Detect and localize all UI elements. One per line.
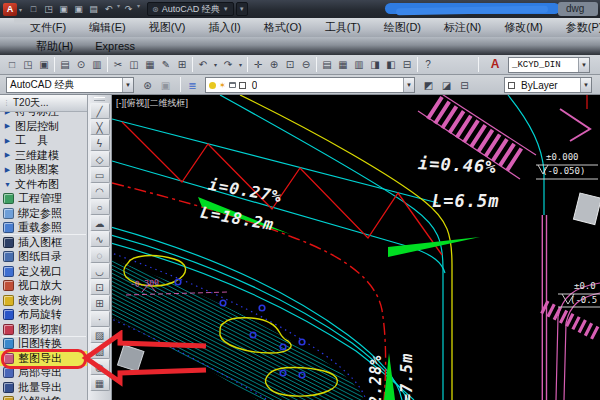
- print-icon[interactable]: ▤: [86, 2, 101, 16]
- save-icon[interactable]: ▣: [36, 56, 52, 74]
- sidebar-item-drawing-cut[interactable]: 图形切割: [0, 322, 88, 337]
- toolbar-grip[interactable]: [94, 97, 105, 101]
- pan-icon[interactable]: ✛: [250, 56, 266, 74]
- make-layer-current-icon[interactable]: ◩: [420, 77, 437, 93]
- insert-block-icon[interactable]: ⊡: [90, 279, 110, 295]
- menu-item-9[interactable]: 参数(P): [566, 20, 600, 35]
- text-style-icon[interactable]: A: [486, 57, 504, 71]
- sidebar-item-sheet-catalog[interactable]: 图纸目录: [0, 250, 88, 265]
- menu-item-3[interactable]: 插入(I): [208, 20, 240, 35]
- new-icon[interactable]: □: [26, 2, 41, 16]
- sidebar-item-layer-control[interactable]: ▶图层控制: [0, 119, 88, 134]
- save-as-icon[interactable]: ▣: [71, 2, 86, 16]
- sidebar-item-block-pattern[interactable]: ▶图块图案: [0, 163, 88, 178]
- print-preview-icon[interactable]: ⊙: [73, 56, 89, 74]
- workspace-dropdown[interactable]: AutoCAD 经典 ▼: [6, 77, 134, 93]
- menu-item-1[interactable]: 编辑(E): [89, 20, 126, 35]
- sidebar-item-layout-rotate[interactable]: 布局旋转: [0, 308, 88, 323]
- menu-item-2[interactable]: 视图(V): [149, 20, 186, 35]
- block-editor-icon[interactable]: ⊞: [174, 56, 190, 74]
- cut-icon[interactable]: ✂: [110, 56, 126, 74]
- point-icon[interactable]: ·: [90, 311, 110, 327]
- chevron-down-icon[interactable]: ▼: [580, 78, 591, 92]
- sidebar-item-explode-object[interactable]: 分解对象: [0, 395, 88, 400]
- zoom-window-icon[interactable]: ⊡: [282, 56, 298, 74]
- sidebar-item-tools[interactable]: ▶工 具: [0, 134, 88, 149]
- workspace-switcher[interactable]: ⊛ AutoCAD 经典 ▼: [147, 2, 234, 16]
- menu-item-0[interactable]: 帮助(H): [36, 39, 73, 54]
- sidebar-item-viewport-zoom[interactable]: 视口放大: [0, 279, 88, 294]
- sidebar-item-file-layout[interactable]: ▼文件布图: [0, 177, 88, 192]
- arc-icon[interactable]: ◠: [90, 183, 110, 199]
- sidebar-item-insert-frame[interactable]: 插入图框: [0, 235, 88, 250]
- sidebar-item-3d-modeling[interactable]: ▶三维建模: [0, 148, 88, 163]
- undo-drop-icon[interactable]: ▾: [211, 56, 220, 74]
- menu-item-4[interactable]: 格式(O): [264, 20, 302, 35]
- sidebar-item-define-viewport[interactable]: 定义视口: [0, 264, 88, 279]
- ellipse-arc-icon[interactable]: ◡: [90, 263, 110, 279]
- layer-lock-icon[interactable]: [229, 82, 236, 88]
- chevron-down-icon[interactable]: ▼: [403, 78, 414, 92]
- quick-calc-icon[interactable]: ⊟: [399, 56, 415, 74]
- style-dropdown[interactable]: _KCYD_DIN ▼: [508, 57, 590, 73]
- chevron-down-icon[interactable]: ▾: [137, 2, 140, 16]
- print-icon[interactable]: ▤: [57, 56, 73, 74]
- construction-line-icon[interactable]: ╳: [90, 119, 110, 135]
- zoom-previous-icon[interactable]: ⊖: [298, 56, 314, 74]
- redo-icon[interactable]: ↷: [220, 56, 236, 74]
- viewport-controls[interactable]: [-][俯视][二维线框]: [116, 97, 188, 110]
- autocad-logo-icon[interactable]: A: [3, 3, 17, 16]
- chevron-down-icon[interactable]: ▼: [578, 58, 589, 72]
- sidebar-item-bind-xref[interactable]: 绑定参照: [0, 206, 88, 221]
- sidebar-item-reload-xref[interactable]: 重载参照: [0, 221, 88, 236]
- polygon-icon[interactable]: ◇: [90, 151, 110, 167]
- workspace-lock-icon[interactable]: ▣: [157, 77, 174, 93]
- sidebar-item-export-batch[interactable]: 批量导出: [0, 380, 88, 395]
- undo-icon[interactable]: ↶: [195, 56, 211, 74]
- open-icon[interactable]: ◳: [20, 56, 36, 74]
- markup-icon[interactable]: ◧: [383, 56, 399, 74]
- properties-icon[interactable]: ▤: [319, 56, 335, 74]
- undo-icon[interactable]: ↶: [101, 2, 116, 16]
- help-icon[interactable]: ?: [420, 56, 436, 74]
- logo-caret-icon[interactable]: ▾: [19, 6, 22, 13]
- color-dropdown[interactable]: ByLayer ▼: [504, 77, 592, 93]
- redo-icon[interactable]: ↷: [121, 2, 136, 16]
- open-icon[interactable]: ◳: [41, 2, 56, 16]
- layer-on-bulb-icon[interactable]: [209, 82, 216, 89]
- publish-icon[interactable]: ▥: [89, 56, 105, 74]
- menu-item-6[interactable]: 绘图(D): [384, 20, 421, 35]
- copy-icon[interactable]: ◫: [126, 56, 142, 74]
- layer-color-swatch[interactable]: [239, 82, 246, 89]
- workspace-extra-dropdown[interactable]: ▼: [236, 2, 248, 16]
- menu-item-5[interactable]: 工具(T): [325, 20, 361, 35]
- panel-header[interactable]: ⋮ T20天...: [0, 95, 88, 112]
- menu-item-1[interactable]: Express: [95, 40, 135, 52]
- layer-properties-icon[interactable]: ≣: [184, 77, 201, 93]
- match-properties-icon[interactable]: ✎: [158, 56, 174, 74]
- design-center-icon[interactable]: ▦: [335, 56, 351, 74]
- circle-icon[interactable]: ○: [90, 199, 110, 215]
- save-icon[interactable]: ▣: [56, 2, 71, 16]
- revision-cloud-icon[interactable]: ☁: [90, 215, 110, 231]
- new-icon[interactable]: □: [4, 56, 20, 74]
- chevron-down-icon[interactable]: ▾: [117, 2, 120, 16]
- layer-dropdown[interactable]: ✶ 0 ▼: [205, 77, 415, 93]
- redo-drop-icon[interactable]: ▾: [236, 56, 245, 74]
- ellipse-icon[interactable]: ◌: [90, 247, 110, 263]
- sheet-set-manager-icon[interactable]: ◨: [367, 56, 383, 74]
- menu-item-8[interactable]: 修改(M): [504, 20, 543, 35]
- layer-states-icon[interactable]: ⊟: [456, 77, 473, 93]
- chevron-down-icon[interactable]: ▼: [122, 78, 133, 92]
- zoom-realtime-icon[interactable]: ⊕: [266, 56, 282, 74]
- menu-item-7[interactable]: 标注(N): [444, 20, 481, 35]
- workspace-settings-icon[interactable]: ⊛: [139, 77, 156, 93]
- polyline-icon[interactable]: ϟ: [90, 135, 110, 151]
- layer-freeze-sun-icon[interactable]: ✶: [219, 81, 226, 90]
- rectangle-icon[interactable]: ▭: [90, 167, 110, 183]
- line-icon[interactable]: ╱: [90, 103, 110, 119]
- paste-icon[interactable]: ▦: [142, 56, 158, 74]
- sidebar-item-change-scale[interactable]: 改变比例: [0, 293, 88, 308]
- spline-icon[interactable]: ∿: [90, 231, 110, 247]
- layer-previous-icon[interactable]: ◪: [438, 77, 455, 93]
